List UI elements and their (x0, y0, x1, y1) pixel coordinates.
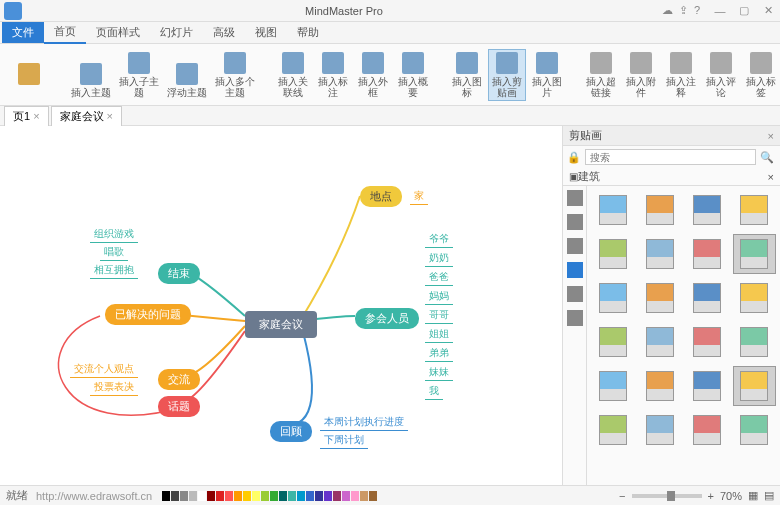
share-icon[interactable]: ⇪ (679, 4, 688, 17)
clipart-item[interactable] (733, 190, 776, 230)
leaf[interactable]: 交流个人观点 (70, 361, 138, 378)
color-swatch[interactable] (198, 491, 206, 501)
color-swatch[interactable] (342, 491, 350, 501)
insert-clipart-button[interactable]: 插入剪贴画 (488, 49, 526, 101)
leaf[interactable]: 奶奶 (425, 250, 453, 267)
center-node[interactable]: 家庭会议 (245, 311, 317, 338)
clipart-item[interactable] (733, 234, 776, 274)
side-tool-icon[interactable] (567, 214, 583, 230)
clipart-item[interactable] (638, 234, 681, 274)
zoom-in-button[interactable]: + (708, 490, 714, 502)
insert-multi-topic-button[interactable]: 插入多个主题 (212, 49, 258, 101)
color-swatch[interactable] (180, 491, 188, 501)
cloud-icon[interactable]: ☁ (662, 4, 673, 17)
insert-boundary-button[interactable]: 插入外框 (354, 49, 392, 101)
doc-tab-2[interactable]: 家庭会议× (51, 106, 122, 126)
close-button[interactable]: ✕ (756, 4, 780, 17)
color-swatch[interactable] (279, 491, 287, 501)
panel-category[interactable]: ▣ 建筑× (563, 168, 780, 186)
doc-tab-1[interactable]: 页1× (4, 106, 49, 126)
clipart-item[interactable] (638, 410, 681, 450)
clipart-item[interactable] (591, 190, 634, 230)
search-icon[interactable]: 🔍 (760, 151, 776, 164)
color-swatch[interactable] (243, 491, 251, 501)
leaf[interactable]: 相互拥抱 (90, 262, 138, 279)
insert-attachment-button[interactable]: 插入附件 (622, 49, 660, 101)
floating-topic-button[interactable]: 浮动主题 (164, 60, 210, 101)
color-swatch[interactable] (234, 491, 242, 501)
clipart-item[interactable] (591, 366, 634, 406)
color-swatch[interactable] (315, 491, 323, 501)
menu-tab-pagestyle[interactable]: 页面样式 (86, 22, 150, 43)
zoom-out-button[interactable]: − (619, 490, 625, 502)
color-swatch[interactable] (225, 491, 233, 501)
insert-callout-button[interactable]: 插入标注 (314, 49, 352, 101)
insert-tag-button[interactable]: 插入标签 (742, 49, 780, 101)
side-tool-icon[interactable] (567, 238, 583, 254)
color-swatch[interactable] (306, 491, 314, 501)
clipart-item[interactable] (591, 278, 634, 318)
leaf[interactable]: 组织游戏 (90, 226, 138, 243)
maximize-button[interactable]: ▢ (732, 4, 756, 17)
insert-comment-button[interactable]: 插入评论 (702, 49, 740, 101)
leaf[interactable]: 哥哥 (425, 307, 453, 324)
clipart-item[interactable] (686, 410, 729, 450)
side-tool-icon[interactable] (567, 262, 583, 278)
clipart-item[interactable] (591, 410, 634, 450)
clipart-item[interactable] (733, 410, 776, 450)
color-swatch[interactable] (171, 491, 179, 501)
leaf[interactable]: 唱歌 (100, 244, 128, 261)
color-swatch[interactable] (207, 491, 215, 501)
color-swatch[interactable] (270, 491, 278, 501)
color-swatch[interactable] (252, 491, 260, 501)
color-swatch[interactable] (333, 491, 341, 501)
branch-end[interactable]: 结束 (158, 263, 200, 284)
branch-exchange[interactable]: 交流 (158, 369, 200, 390)
minimize-button[interactable]: — (708, 5, 732, 17)
insert-summary-button[interactable]: 插入概要 (394, 49, 432, 101)
color-swatch[interactable] (297, 491, 305, 501)
color-swatch[interactable] (360, 491, 368, 501)
view-mode-icon[interactable]: ▤ (764, 489, 774, 502)
clipart-item[interactable] (591, 234, 634, 274)
paste-button[interactable] (6, 60, 52, 90)
color-swatch[interactable] (324, 491, 332, 501)
insert-topic-button[interactable]: 插入主题 (68, 60, 114, 101)
leaf[interactable]: 我 (425, 383, 443, 400)
leaf[interactable]: 爸爸 (425, 269, 453, 286)
branch-location[interactable]: 地点 (360, 186, 402, 207)
leaf[interactable]: 家 (410, 188, 428, 205)
branch-review[interactable]: 回顾 (270, 421, 312, 442)
menu-tab-slideshow[interactable]: 幻灯片 (150, 22, 203, 43)
clipart-item[interactable] (733, 322, 776, 362)
clipart-item[interactable] (686, 366, 729, 406)
insert-image-button[interactable]: 插入图片 (528, 49, 566, 101)
view-mode-icon[interactable]: ▦ (748, 489, 758, 502)
leaf[interactable]: 投票表决 (90, 379, 138, 396)
menu-file[interactable]: 文件 (2, 22, 44, 43)
clipart-item[interactable] (686, 190, 729, 230)
color-swatch[interactable] (288, 491, 296, 501)
clipart-item[interactable] (686, 278, 729, 318)
side-tool-icon[interactable] (567, 286, 583, 302)
leaf[interactable]: 妹妹 (425, 364, 453, 381)
leaf[interactable]: 弟弟 (425, 345, 453, 362)
clipart-item[interactable] (686, 234, 729, 274)
panel-close-icon[interactable]: × (768, 130, 774, 142)
color-swatch[interactable] (369, 491, 377, 501)
color-swatch[interactable] (216, 491, 224, 501)
color-swatch[interactable] (189, 491, 197, 501)
leaf[interactable]: 下周计划 (320, 432, 368, 449)
clipart-item[interactable] (638, 278, 681, 318)
help-icon[interactable]: ? (694, 4, 700, 17)
clipart-item[interactable] (686, 322, 729, 362)
clipart-item[interactable] (733, 366, 776, 406)
menu-tab-home[interactable]: 首页 (44, 21, 86, 44)
leaf[interactable]: 妈妈 (425, 288, 453, 305)
side-tool-icon[interactable] (567, 310, 583, 326)
insert-subtopic-button[interactable]: 插入子主题 (116, 49, 162, 101)
menu-tab-help[interactable]: 帮助 (287, 22, 329, 43)
zoom-slider[interactable] (632, 494, 702, 498)
menu-tab-view[interactable]: 视图 (245, 22, 287, 43)
branch-resolved[interactable]: 已解决的问题 (105, 304, 191, 325)
